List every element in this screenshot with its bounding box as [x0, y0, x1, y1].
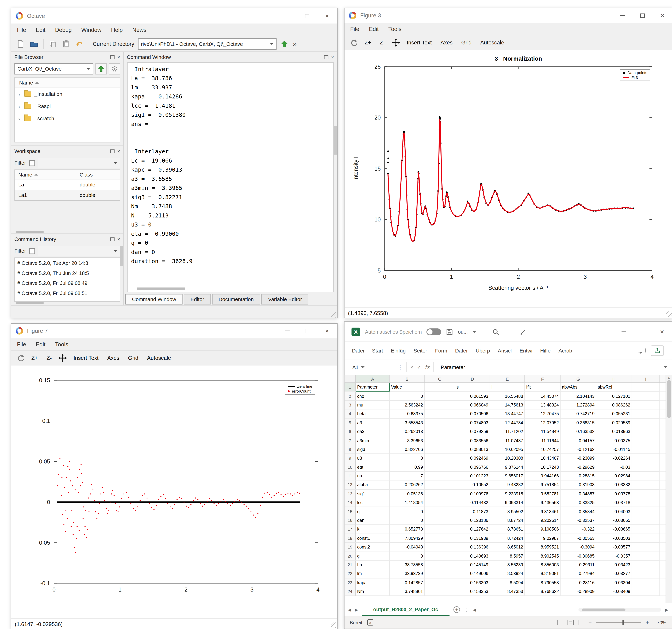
cell[interactable]: 13.48324: [525, 401, 561, 409]
cell[interactable]: [425, 516, 455, 525]
cell[interactable]: 0.05138: [390, 489, 425, 498]
cell[interactable]: 9.43282: [490, 481, 525, 489]
cell[interactable]: [425, 543, 455, 552]
file-browser-header[interactable]: File Browser ×: [11, 52, 123, 63]
cell[interactable]: nu: [356, 471, 390, 481]
ribbon-tab[interactable]: Hilfe: [536, 343, 555, 358]
normal-view-icon[interactable]: [557, 620, 563, 625]
cell[interactable]: 11.54849: [525, 427, 561, 436]
cell[interactable]: 9.582781: [525, 489, 561, 498]
maximize-button[interactable]: [297, 8, 317, 24]
cell[interactable]: 9.436563: [525, 498, 561, 507]
cell[interactable]: Nm: [356, 587, 390, 596]
cell[interactable]: 3.39653: [390, 436, 425, 445]
command-window-hscrollbar[interactable]: [137, 288, 185, 290]
ribbon-tab[interactable]: Dater: [451, 343, 472, 358]
cell[interactable]: 3.748801: [390, 587, 425, 596]
history-scrollbar[interactable]: [120, 246, 123, 266]
cell[interactable]: 10.62095: [490, 445, 525, 454]
horizontal-scrollbar[interactable]: [16, 231, 44, 233]
scroll-up-icon[interactable]: ▲: [667, 376, 670, 379]
column-header[interactable]: A: [356, 375, 390, 383]
filter-checkbox[interactable]: [29, 160, 35, 166]
row-number[interactable]: 1: [345, 383, 356, 392]
cell[interactable]: [425, 436, 455, 445]
cell[interactable]: 33.93739: [390, 570, 425, 578]
cell[interactable]: [425, 401, 455, 409]
share-button[interactable]: [651, 345, 664, 356]
cell[interactable]: 2.563242: [390, 401, 425, 409]
menu-item[interactable]: Window: [76, 27, 106, 33]
row-number[interactable]: 23: [345, 578, 356, 587]
cell[interactable]: [425, 570, 455, 578]
close-panel-icon[interactable]: ×: [117, 237, 120, 242]
pan-button[interactable]: [390, 37, 402, 48]
cell[interactable]: 0.149606: [455, 570, 490, 578]
command-window-output[interactable]: IntralayerLa = 38.786lm = 33.937kapa = 0…: [127, 63, 334, 292]
history-entry[interactable]: # Octave 5.2.0, Tue Apr 20 14:3: [15, 258, 120, 268]
cell[interactable]: q: [356, 507, 390, 516]
cell[interactable]: a3: [356, 418, 390, 427]
cell[interactable]: -0.03409: [596, 587, 632, 596]
cell[interactable]: 8.78651: [490, 525, 525, 534]
menu-item[interactable]: File: [12, 341, 31, 348]
current-directory-combo[interactable]: rive\Uni\PhD\1 - Octave, CarbX, Qt\_Octa…: [138, 38, 277, 49]
ribbon-tab[interactable]: Form: [431, 343, 451, 358]
menu-item[interactable]: Tools: [50, 341, 73, 348]
cell[interactable]: -0.02984: [596, 471, 632, 481]
cell[interactable]: -0.30563: [561, 534, 596, 543]
cell[interactable]: [425, 507, 455, 516]
cell[interactable]: 0.013963: [596, 427, 632, 436]
cell[interactable]: 9.656017: [490, 471, 525, 481]
maximize-button[interactable]: [297, 324, 317, 338]
cell[interactable]: -0.01145: [596, 445, 632, 454]
cell[interactable]: s: [455, 383, 490, 392]
cell[interactable]: 7: [390, 471, 425, 481]
cell[interactable]: const1: [356, 534, 390, 543]
menu-item[interactable]: Help: [106, 27, 127, 33]
zoom-out-button[interactable]: −: [589, 619, 592, 626]
cell[interactable]: 9.108506: [525, 525, 561, 534]
cell[interactable]: -0.27984: [561, 570, 596, 578]
sheet-nav-next-icon[interactable]: ▶: [355, 607, 358, 612]
row-number[interactable]: 19: [345, 543, 356, 552]
cell[interactable]: [425, 489, 455, 498]
cell[interactable]: -0.0357: [596, 552, 632, 560]
figure3-plot[interactable]: 012345101520253 - NormalizationScatterin…: [345, 50, 672, 306]
cell[interactable]: 0.145149: [455, 560, 490, 570]
insert-function-icon[interactable]: fx: [425, 364, 430, 370]
close-button[interactable]: ×: [652, 322, 672, 342]
row-number[interactable]: 15: [345, 507, 356, 516]
cell[interactable]: 0.131939: [455, 534, 490, 543]
cell[interactable]: [632, 392, 660, 401]
cell[interactable]: -0.28116: [561, 578, 596, 587]
cell[interactable]: [632, 570, 660, 578]
menu-item[interactable]: Tools: [383, 26, 406, 32]
cell[interactable]: [632, 498, 660, 507]
cell[interactable]: 0.114432: [455, 498, 490, 507]
resize-grip[interactable]: [331, 312, 336, 318]
search-icon[interactable]: [492, 328, 499, 335]
cell[interactable]: 9.944166: [525, 471, 561, 481]
cell[interactable]: kapa: [356, 578, 390, 587]
cell[interactable]: abwRel: [596, 383, 632, 392]
cell[interactable]: -0.04043: [390, 543, 425, 552]
menu-item[interactable]: Edit: [364, 26, 383, 32]
cell[interactable]: -0.29629: [561, 463, 596, 471]
cell[interactable]: 0.153303: [455, 578, 490, 587]
cell[interactable]: 11.11644: [525, 436, 561, 445]
hscroll-left-icon[interactable]: ◀: [473, 607, 476, 612]
cell[interactable]: 0.368315: [561, 418, 596, 427]
column-header[interactable]: C: [425, 375, 455, 383]
cell[interactable]: -0.03778: [596, 489, 632, 498]
bottom-tab[interactable]: Command Window: [125, 294, 183, 305]
cell[interactable]: -0.03665: [596, 525, 632, 534]
cell[interactable]: -0.28909: [561, 587, 596, 596]
cell[interactable]: 0.11873: [455, 507, 490, 516]
resize-grip[interactable]: [667, 312, 672, 317]
cell[interactable]: La: [356, 560, 390, 570]
axes-button[interactable]: Axes: [104, 353, 123, 363]
cell[interactable]: 0.123186: [455, 516, 490, 525]
cell[interactable]: 16.55488: [490, 392, 525, 401]
close-panel-icon[interactable]: ×: [117, 54, 120, 60]
